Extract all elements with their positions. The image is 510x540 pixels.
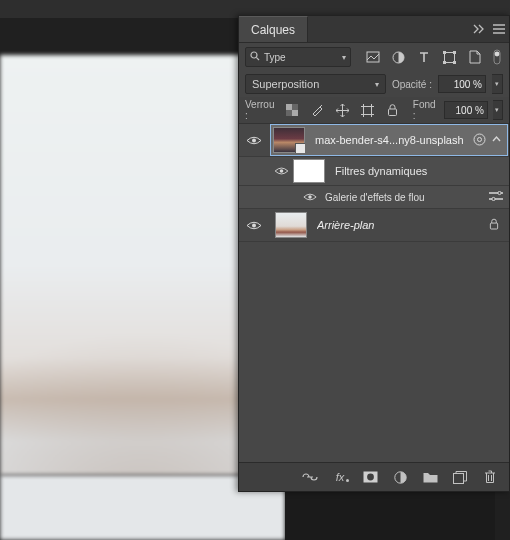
lock-icon[interactable] xyxy=(489,218,509,232)
fill-value: 100 % xyxy=(456,105,484,116)
layer-name[interactable]: Arrière-plan xyxy=(317,219,489,231)
blend-opacity-row: Superposition ▾ Opacité : 100 % ▾ xyxy=(239,71,509,97)
svg-rect-12 xyxy=(286,104,292,110)
panel-bottom-bar: fx xyxy=(239,462,509,491)
layer-filter-row: Type ▾ xyxy=(239,43,509,71)
svg-point-26 xyxy=(367,474,374,481)
svg-point-18 xyxy=(478,137,482,141)
filter-effect-row[interactable]: Galerie d'effets de flou xyxy=(239,186,509,209)
layer-row[interactable]: Arrière-plan xyxy=(239,209,509,242)
tab-label: Calques xyxy=(251,23,295,37)
layers-list: max-bender-s4...ny8-unsplash Filtres dyn… xyxy=(239,124,509,462)
svg-point-21 xyxy=(498,191,501,194)
collapse-panel-button[interactable] xyxy=(469,16,489,42)
svg-rect-13 xyxy=(292,110,298,116)
svg-point-10 xyxy=(494,52,499,57)
lock-artboard-icon[interactable] xyxy=(357,100,377,120)
opacity-label: Opacité : xyxy=(392,79,432,90)
svg-point-17 xyxy=(474,134,485,145)
svg-line-1 xyxy=(256,57,259,60)
filter-type-dropdown[interactable]: Type ▾ xyxy=(245,47,351,67)
filter-type-layer-icon[interactable] xyxy=(414,46,434,68)
filter-mask-thumbnail[interactable] xyxy=(293,159,325,183)
filter-pixel-icon[interactable] xyxy=(363,46,383,68)
visibility-toggle[interactable] xyxy=(239,220,269,231)
collapse-filters-icon[interactable] xyxy=(492,134,501,146)
fill-label: Fond : xyxy=(413,99,439,121)
svg-point-16 xyxy=(252,138,256,142)
add-mask-icon[interactable] xyxy=(361,468,379,486)
fill-dropdown[interactable]: ▾ xyxy=(493,100,503,120)
opacity-dropdown[interactable]: ▾ xyxy=(492,74,503,94)
lock-pixels-icon[interactable] xyxy=(307,100,327,120)
svg-rect-7 xyxy=(443,61,446,64)
svg-rect-6 xyxy=(453,51,456,54)
svg-rect-8 xyxy=(453,61,456,64)
pasteboard-dark xyxy=(285,490,495,540)
lock-all-icon[interactable] xyxy=(383,100,403,120)
smart-filters-row[interactable]: Filtres dynamiques xyxy=(239,157,509,186)
visibility-toggle[interactable] xyxy=(239,135,269,146)
search-icon xyxy=(250,51,260,63)
lock-fill-row: Verrou : Fond : 100 % ▾ xyxy=(239,97,509,124)
new-adjustment-icon[interactable] xyxy=(391,468,409,486)
svg-point-23 xyxy=(252,223,256,227)
svg-point-19 xyxy=(279,169,283,173)
fill-field[interactable]: 100 % xyxy=(444,101,488,119)
layer-thumbnail[interactable] xyxy=(273,127,305,153)
smart-filter-badge-icon xyxy=(473,133,486,148)
layers-panel: Calques Type ▾ xyxy=(238,15,510,492)
lock-position-icon[interactable] xyxy=(332,100,352,120)
panel-menu-button[interactable] xyxy=(489,16,509,42)
filter-adjustment-icon[interactable] xyxy=(389,46,409,68)
opacity-field[interactable]: 100 % xyxy=(438,75,486,93)
svg-rect-5 xyxy=(443,51,446,54)
new-layer-icon[interactable] xyxy=(451,468,469,486)
svg-rect-24 xyxy=(490,223,497,229)
svg-rect-15 xyxy=(389,109,397,116)
visibility-toggle[interactable] xyxy=(269,166,293,176)
filter-type-label: Type xyxy=(264,52,338,63)
chevron-down-icon: ▾ xyxy=(375,80,379,89)
blend-mode-value: Superposition xyxy=(252,78,319,90)
opacity-value: 100 % xyxy=(454,79,482,90)
layer-name[interactable]: max-bender-s4...ny8-unsplash xyxy=(315,134,473,146)
svg-rect-2 xyxy=(367,52,379,62)
blend-mode-select[interactable]: Superposition ▾ xyxy=(245,74,386,94)
svg-point-22 xyxy=(492,197,495,200)
svg-rect-14 xyxy=(364,106,372,114)
lock-transparency-icon[interactable] xyxy=(282,100,302,120)
svg-point-20 xyxy=(308,195,312,199)
filter-effect-name: Galerie d'effets de flou xyxy=(325,192,425,203)
filter-smartobject-icon[interactable] xyxy=(465,46,485,68)
layer-thumbnail[interactable] xyxy=(275,212,307,238)
new-group-icon[interactable] xyxy=(421,468,439,486)
link-layers-icon[interactable] xyxy=(301,468,319,486)
visibility-toggle[interactable] xyxy=(299,192,321,202)
layer-fx-button[interactable]: fx xyxy=(331,468,349,486)
layer-row[interactable]: max-bender-s4...ny8-unsplash xyxy=(239,124,509,157)
tab-layers[interactable]: Calques xyxy=(239,16,308,42)
filter-blending-options-icon[interactable] xyxy=(489,191,503,203)
filter-shape-icon[interactable] xyxy=(440,46,460,68)
smart-filters-label: Filtres dynamiques xyxy=(335,165,427,177)
delete-layer-icon[interactable] xyxy=(481,468,499,486)
filter-toggle-switch[interactable] xyxy=(491,46,503,68)
chevron-down-icon: ▾ xyxy=(342,53,346,62)
lock-label: Verrou : xyxy=(245,99,277,121)
svg-rect-28 xyxy=(454,473,464,483)
svg-point-0 xyxy=(251,52,257,58)
panel-tab-bar: Calques xyxy=(239,16,509,43)
